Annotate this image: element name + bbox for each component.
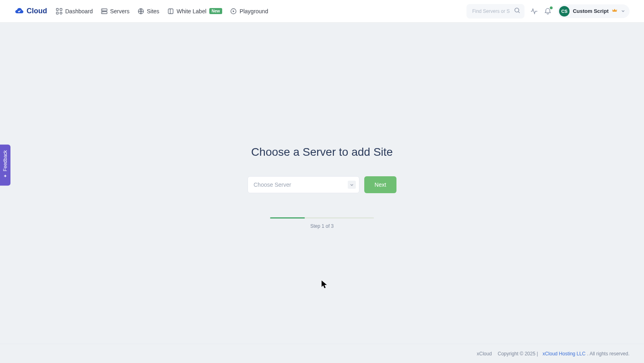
- step-indicator: Step 1 of 3: [310, 223, 334, 229]
- nav-dashboard[interactable]: Dashboard: [56, 8, 93, 14]
- svg-point-6: [102, 9, 103, 10]
- svg-point-7: [102, 12, 103, 13]
- server-form-row: Choose Server Next: [248, 176, 396, 193]
- svg-rect-1: [60, 8, 62, 10]
- nav-sites-label: Sites: [147, 8, 159, 14]
- svg-point-11: [515, 8, 519, 12]
- tag-icon: [167, 8, 174, 14]
- footer-tail: . All rights reserved.: [587, 351, 630, 357]
- crown-icon: [612, 8, 617, 15]
- page-title: Choose a Server to add Site: [251, 146, 393, 159]
- header-left: Cloud Dashboard Servers Sites White Labe…: [14, 6, 268, 16]
- main-nav: Dashboard Servers Sites White Label New …: [56, 8, 268, 14]
- new-badge: New: [209, 8, 223, 14]
- nav-servers[interactable]: Servers: [101, 8, 130, 14]
- svg-point-3: [60, 12, 62, 14]
- play-icon: [230, 8, 237, 14]
- chevron-down-icon: [348, 181, 356, 189]
- choose-server-select[interactable]: Choose Server: [248, 176, 359, 193]
- main-content: Choose a Server to add Site Choose Serve…: [0, 23, 644, 344]
- feedback-tab[interactable]: Feedback: [0, 144, 10, 186]
- top-nav-bar: Cloud Dashboard Servers Sites White Labe…: [0, 0, 644, 23]
- search-icon[interactable]: [514, 7, 520, 15]
- avatar: CS: [559, 6, 570, 16]
- cloud-logo-icon: [14, 6, 24, 16]
- nav-playground[interactable]: Playground: [230, 8, 268, 14]
- nav-servers-label: Servers: [110, 8, 130, 14]
- svg-rect-0: [56, 8, 58, 10]
- header-right: CS Custom Script: [466, 4, 630, 19]
- svg-rect-2: [56, 12, 58, 14]
- progress-section: Step 1 of 3: [270, 217, 374, 229]
- svg-rect-9: [168, 9, 173, 14]
- footer: xCloud Copyright © 2025 | xCloud Hosting…: [0, 344, 644, 363]
- chevron-down-icon: [621, 8, 625, 15]
- user-name: Custom Script: [573, 8, 609, 14]
- nav-white-label[interactable]: White Label New: [167, 8, 223, 14]
- activity-icon[interactable]: [530, 7, 538, 15]
- brand-logo[interactable]: Cloud: [14, 6, 47, 16]
- sparkle-icon: [3, 174, 8, 180]
- select-placeholder: Choose Server: [254, 182, 291, 188]
- nav-dashboard-label: Dashboard: [65, 8, 93, 14]
- footer-copyright: Copyright © 2025 |: [498, 351, 538, 357]
- footer-link[interactable]: xCloud Hosting LLC: [543, 351, 586, 357]
- nav-white-label-label: White Label: [177, 8, 206, 14]
- next-button[interactable]: Next: [364, 176, 396, 193]
- server-icon: [101, 8, 107, 14]
- grid-icon: [56, 8, 62, 14]
- footer-product: xCloud: [477, 351, 492, 357]
- search-wrap: [466, 4, 524, 19]
- svg-rect-5: [101, 12, 107, 14]
- nav-playground-label: Playground: [239, 8, 268, 14]
- svg-rect-4: [101, 9, 107, 11]
- progress-bar: [270, 217, 374, 219]
- nav-sites[interactable]: Sites: [138, 8, 159, 14]
- user-menu[interactable]: CS Custom Script: [557, 4, 630, 18]
- feedback-label: Feedback: [2, 150, 8, 171]
- bell-icon[interactable]: [544, 7, 552, 15]
- progress-fill: [270, 217, 305, 219]
- notification-dot: [550, 6, 553, 9]
- brand-name: Cloud: [27, 7, 47, 15]
- globe-icon: [138, 8, 144, 14]
